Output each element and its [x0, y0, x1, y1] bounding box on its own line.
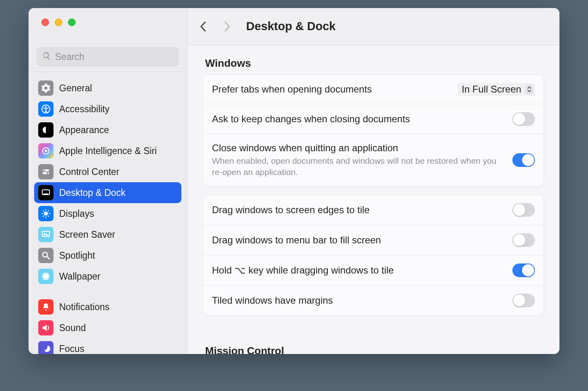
svg-rect-20 [42, 231, 49, 237]
content-header: Desktop & Dock [187, 8, 559, 45]
settings-window: GeneralAccessibilityAppearanceApple Inte… [29, 8, 559, 354]
sidebar-item-label: Wallpaper [59, 271, 101, 282]
svg-point-8 [47, 173, 48, 174]
sidebar-item-label: Notifications [59, 302, 109, 313]
setting-row: Drag windows to menu bar to fill screen [203, 225, 544, 255]
toggle-switch[interactable] [512, 263, 535, 277]
setting-label: Drag windows to menu bar to fill screen [212, 235, 505, 246]
forward-button[interactable] [220, 18, 234, 35]
setting-row: Tiled windows have margins [203, 285, 544, 315]
toggle-switch[interactable] [512, 112, 535, 126]
setting-label: Tiled windows have margins [212, 295, 505, 306]
sidebar-item-label: General [59, 83, 92, 94]
setting-row: Ask to keep changes when closing documen… [203, 104, 544, 134]
search-field[interactable] [37, 47, 179, 67]
toggle-switch[interactable] [512, 233, 535, 247]
toggle-knob [513, 234, 525, 246]
section-title-windows: Windows [205, 57, 544, 70]
svg-line-23 [47, 257, 49, 259]
content-pane: Desktop & Dock Windows Prefer tabs when … [187, 8, 559, 354]
wallpaper-icon [38, 269, 53, 284]
sidebar-item-accessibility[interactable]: Accessibility [34, 99, 181, 119]
popup-value: In Full Screen [462, 84, 521, 95]
displays-icon [38, 206, 53, 221]
setting-label: Close windows when quitting an applicati… [212, 142, 505, 154]
toggle-switch[interactable] [512, 203, 535, 217]
notifications-icon [38, 299, 53, 315]
sidebar-item-label: Control Center [59, 167, 119, 177]
sidebar-item-label: Apple Intelligence & Siri [59, 146, 157, 156]
minimize-window-button[interactable] [55, 19, 62, 26]
svg-rect-10 [43, 193, 48, 195]
sidebar-item-label: Focus [59, 344, 84, 354]
setting-row: Drag windows to screen edges to tile [203, 195, 544, 225]
svg-line-18 [43, 216, 43, 216]
toggle-knob [522, 264, 534, 276]
setting-description: When enabled, open documents and windows… [212, 155, 502, 178]
sidebar-item-displays[interactable]: Displays [34, 203, 181, 224]
setting-row: Close windows when quitting an applicati… [203, 134, 544, 186]
chevron-updown-icon [525, 84, 533, 94]
accessibility-icon [38, 101, 53, 117]
ai-siri-icon [38, 143, 53, 158]
focus-icon [38, 341, 53, 354]
svg-line-16 [43, 211, 43, 211]
svg-line-19 [48, 211, 49, 211]
sidebar-item-screen-saver[interactable]: Screen Saver [34, 224, 181, 245]
sidebar-item-label: Spotlight [59, 250, 95, 261]
toggle-knob [513, 294, 525, 307]
sidebar-item-gear[interactable]: General [34, 78, 181, 99]
svg-point-1 [45, 106, 47, 108]
sidebar-item-focus[interactable]: Focus [34, 338, 181, 354]
setting-row: Hold ⌥ key while dragging windows to til… [203, 255, 544, 285]
search-input[interactable] [55, 51, 173, 62]
desktop-dock-icon [38, 185, 53, 200]
toggle-switch[interactable] [512, 153, 535, 167]
screen-saver-icon [38, 227, 53, 242]
sidebar-item-label: Screen Saver [59, 229, 115, 240]
toggle-knob [522, 154, 534, 166]
sidebar: GeneralAccessibilityAppearanceApple Inte… [29, 8, 187, 354]
setting-label: Prefer tabs when opening documents [212, 84, 450, 95]
setting-row: Prefer tabs when opening documentsIn Ful… [203, 75, 544, 104]
sidebar-item-label: Displays [59, 208, 94, 219]
content-scroll[interactable]: Windows Prefer tabs when opening documen… [187, 45, 559, 354]
sidebar-item-spotlight[interactable]: Spotlight [34, 245, 181, 266]
section-title-mission-control: Mission Control [205, 345, 544, 354]
sidebar-nav: GeneralAccessibilityAppearanceApple Inte… [29, 72, 187, 354]
svg-point-24 [45, 275, 47, 278]
control-center-icon [38, 164, 53, 179]
search-icon [42, 51, 51, 62]
setting-label: Ask to keep changes when closing documen… [212, 113, 505, 125]
sidebar-item-ai-siri[interactable]: Apple Intelligence & Siri [34, 140, 181, 161]
sidebar-item-sound[interactable]: Sound [34, 317, 181, 338]
sidebar-item-desktop-dock[interactable]: Desktop & Dock [34, 182, 181, 203]
setting-label: Hold ⌥ key while dragging windows to til… [212, 265, 505, 276]
appearance-icon [38, 122, 53, 138]
toggle-knob [513, 113, 525, 125]
sidebar-item-wallpaper[interactable]: Wallpaper [34, 266, 181, 287]
toggle-knob [513, 204, 525, 216]
back-button[interactable] [196, 18, 211, 35]
sound-icon [38, 320, 53, 335]
sidebar-item-label: Appearance [59, 125, 109, 136]
sidebar-item-notifications[interactable]: Notifications [34, 296, 181, 317]
spotlight-icon [38, 248, 53, 263]
sidebar-item-control-center[interactable]: Control Center [34, 161, 181, 182]
svg-point-11 [44, 212, 48, 216]
svg-line-17 [48, 216, 49, 216]
settings-card-windows-2: Drag windows to screen edges to tileDrag… [203, 195, 544, 316]
sidebar-item-label: Accessibility [59, 104, 109, 115]
svg-point-4 [45, 150, 47, 152]
gear-icon [38, 80, 53, 96]
popup-button[interactable]: In Full Screen [458, 83, 535, 96]
sidebar-item-label: Desktop & Dock [59, 187, 125, 198]
fullscreen-window-button[interactable] [68, 19, 76, 26]
toggle-switch[interactable] [512, 294, 535, 307]
sidebar-item-appearance[interactable]: Appearance [34, 119, 181, 140]
settings-card-windows-1: Prefer tabs when opening documentsIn Ful… [203, 74, 544, 187]
close-window-button[interactable] [41, 19, 49, 26]
setting-label: Drag windows to screen edges to tile [212, 204, 505, 216]
page-title: Desktop & Dock [246, 20, 335, 33]
svg-point-7 [43, 170, 45, 171]
